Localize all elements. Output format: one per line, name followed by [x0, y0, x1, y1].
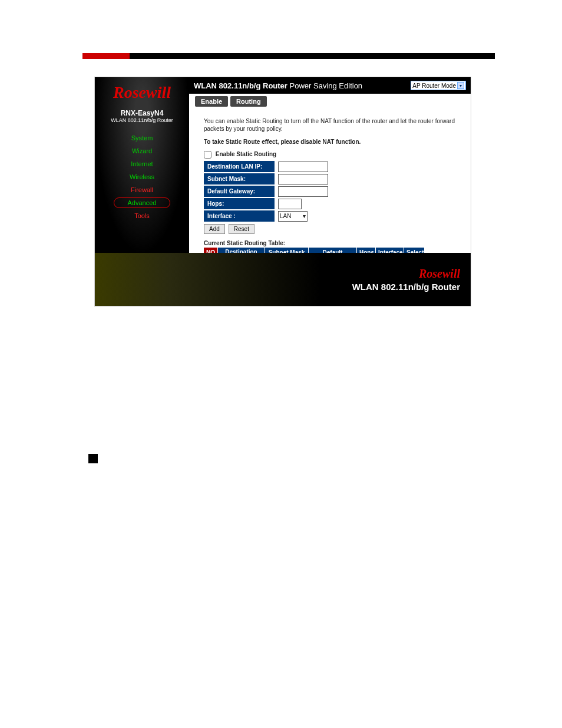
router-admin-screenshot: Rosewill RNX-EasyN4 WLAN 802.11n/b/g Rou…: [94, 77, 471, 307]
static-routing-form: Enable Static Routing Destination LAN IP…: [204, 151, 465, 264]
description-text: You can enable Static Routing to turn of…: [204, 117, 465, 133]
tab-enable[interactable]: Enable: [195, 96, 228, 107]
dest-lan-ip-input[interactable]: [278, 162, 328, 172]
enable-checkbox-row: Enable Static Routing: [204, 151, 465, 159]
footer-text: WLAN 802.11n/b/g Router: [352, 282, 460, 292]
interface-select[interactable]: LAN ▾: [278, 211, 308, 222]
subnet-mask-label: Subnet Mask:: [204, 173, 275, 185]
doc-top-bar-accent: [82, 53, 130, 59]
subnet-mask-input[interactable]: [278, 174, 328, 185]
default-gateway-input[interactable]: [278, 186, 328, 197]
nav-list: System Wizard Internet Wireless Firewall…: [95, 131, 189, 222]
tab-routing[interactable]: Routing: [230, 96, 267, 107]
mode-select[interactable]: AP Router Mode ▾: [411, 81, 466, 90]
tab-bar: Enable Routing: [195, 96, 267, 107]
page-title: WLAN 802.11n/b/g Router Power Saving Edi…: [194, 81, 362, 90]
ui-footer: Rosewill WLAN 802.11n/b/g Router: [95, 253, 471, 306]
reset-button[interactable]: Reset: [229, 224, 254, 234]
interface-label: Interface :: [204, 210, 275, 222]
mode-select-value: AP Router Mode: [412, 83, 456, 89]
routing-table-title: Current Static Routing Table:: [204, 240, 465, 246]
title-plain: Power Saving Edition: [287, 81, 362, 90]
dest-lan-ip-label: Destination LAN IP:: [204, 161, 275, 172]
hops-label: Hops:: [204, 198, 275, 209]
brand-logo: Rosewill: [95, 77, 189, 102]
model-name: RNX-EasyN4: [95, 109, 189, 117]
doc-bullet-square: [88, 454, 98, 463]
nav-internet[interactable]: Internet: [95, 157, 189, 170]
doc-top-bar: [82, 53, 495, 59]
add-button[interactable]: Add: [204, 224, 225, 234]
enable-static-routing-checkbox[interactable]: [204, 151, 211, 159]
default-gateway-label: Default Gateway:: [204, 186, 275, 197]
footer-logo: Rosewill: [419, 267, 460, 281]
nav-wizard[interactable]: Wizard: [95, 144, 189, 157]
title-bold: WLAN 802.11n/b/g Router: [194, 81, 287, 90]
sidebar: Rosewill RNX-EasyN4 WLAN 802.11n/b/g Rou…: [95, 77, 189, 254]
interface-select-value: LAN: [280, 213, 291, 219]
hops-input[interactable]: [278, 199, 302, 209]
content-area: You can enable Static Routing to turn of…: [204, 117, 465, 264]
nav-tools[interactable]: Tools: [95, 209, 189, 222]
dropdown-arrow-icon: ▾: [303, 213, 306, 219]
model-subtitle: WLAN 802.11n/b/g Router: [95, 117, 189, 123]
page-header: WLAN 802.11n/b/g Router Power Saving Edi…: [189, 77, 471, 94]
nav-wireless[interactable]: Wireless: [95, 170, 189, 183]
enable-checkbox-label: Enable Static Routing: [216, 151, 276, 157]
dropdown-arrow-icon: ▾: [457, 82, 464, 89]
nav-firewall[interactable]: Firewall: [95, 183, 189, 196]
nav-advanced[interactable]: Advanced: [114, 197, 170, 208]
note-text: To take Static Route effect, please disa…: [204, 139, 465, 145]
nav-system[interactable]: System: [95, 131, 189, 144]
